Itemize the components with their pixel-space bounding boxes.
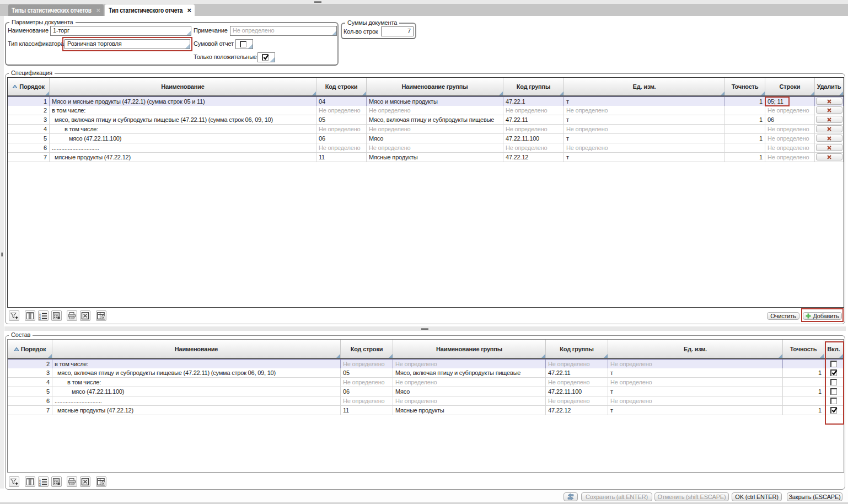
svg-text:3: 3 xyxy=(39,482,41,486)
svg-text:3: 3 xyxy=(39,317,41,320)
